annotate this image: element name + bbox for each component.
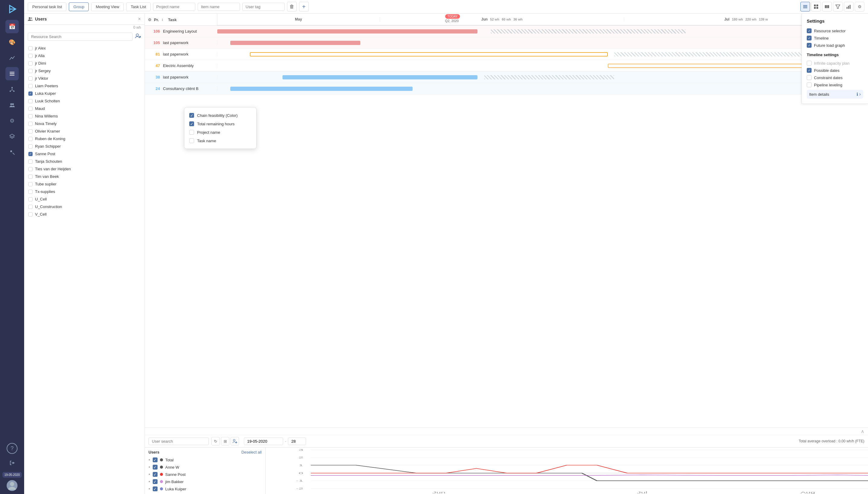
bottom-user-checkbox[interactable]: ✓ (153, 479, 158, 484)
user-checkbox[interactable] (28, 182, 33, 186)
user-checkbox[interactable] (28, 167, 33, 171)
chart-icon[interactable] (844, 2, 853, 12)
timeline-checkbox[interactable] (807, 82, 812, 87)
list-item[interactable]: Nina Willems (24, 112, 144, 120)
user-checkbox[interactable] (28, 76, 33, 81)
view-list-icon[interactable] (801, 2, 810, 12)
user-checkbox[interactable] (28, 122, 33, 126)
bottom-user-checkbox[interactable]: ✓ (153, 487, 158, 491)
sidebar-icon-users[interactable] (5, 98, 19, 112)
add-user-icon[interactable] (135, 33, 141, 40)
list-item[interactable]: U_Construction (24, 203, 144, 210)
setting-checkbox[interactable]: ✓ (807, 28, 812, 33)
item-name-input[interactable] (198, 3, 240, 11)
list-item[interactable]: Ryan Schipper (24, 142, 144, 150)
bottom-user-checkbox[interactable]: ✓ (153, 472, 158, 477)
list-item[interactable]: Olivier Kramer (24, 128, 144, 135)
bottom-user-checkbox[interactable]: ✓ (153, 457, 158, 462)
bottom-user-checkbox[interactable]: ✓ (153, 465, 158, 470)
list-item[interactable]: U_Cell (24, 195, 144, 203)
user-checkbox[interactable] (28, 159, 33, 164)
user-checkbox[interactable]: ✓ (28, 152, 33, 156)
list-item[interactable]: jr Sergey (24, 67, 144, 75)
delete-icon[interactable]: 🗑 (287, 2, 297, 12)
bottom-user-item[interactable]: • ✓ Sanne Post (149, 471, 262, 478)
user-tag-input[interactable] (242, 3, 284, 11)
context-checkbox[interactable]: ✓ (189, 121, 194, 126)
list-item[interactable]: Tx-supplies (24, 188, 144, 195)
collapse-icon[interactable]: ✕ (138, 17, 141, 21)
timeline-setting-item[interactable]: Pipeline leveling (807, 81, 863, 89)
user-checkbox[interactable] (28, 69, 33, 73)
sidebar-icon-layers[interactable] (5, 130, 19, 143)
user-checkbox[interactable] (28, 137, 33, 141)
context-checkbox[interactable] (189, 138, 194, 143)
user-checkbox[interactable] (28, 114, 33, 118)
list-item[interactable]: Tanja Schouten (24, 158, 144, 165)
sidebar-icon-palette[interactable]: 🎨 (5, 36, 19, 49)
logo-icon[interactable] (6, 3, 18, 15)
sidebar-icon-calendar[interactable]: 📅 (5, 20, 19, 33)
refresh-icon[interactable]: ↻ (211, 437, 220, 445)
sidebar-icon-list[interactable] (5, 67, 19, 80)
list-item[interactable]: Tube suplier (24, 180, 144, 188)
setting-checkbox[interactable]: ✓ (807, 36, 812, 40)
list-item[interactable]: Nova Timely (24, 120, 144, 128)
bottom-user-item[interactable]: • ✓ Total (149, 456, 262, 463)
sidebar-icon-help[interactable]: ? (7, 443, 18, 454)
user-checkbox[interactable]: ✓ (28, 92, 33, 96)
user-checkbox[interactable] (28, 212, 33, 216)
sidebar-icon-exit[interactable] (5, 456, 19, 470)
user-checkbox[interactable] (28, 144, 33, 149)
context-checkbox[interactable] (189, 130, 194, 135)
setting-item[interactable]: ✓ Timeline (807, 34, 863, 42)
user-checkbox[interactable] (28, 54, 33, 58)
context-menu-item[interactable]: Task name (189, 136, 251, 145)
list-item[interactable]: jr Alex (24, 44, 144, 52)
context-menu-item[interactable]: Project name (189, 128, 251, 136)
list-item[interactable]: Tim van Beek (24, 173, 144, 180)
list-item[interactable]: jr Alla (24, 52, 144, 59)
setting-item[interactable]: ✓ Resource selector (807, 27, 863, 34)
context-checkbox[interactable]: ✓ (189, 113, 194, 118)
list-item[interactable]: Ties van der Heijden (24, 165, 144, 173)
avatar[interactable] (7, 480, 18, 491)
timeline-setting-item[interactable]: ✓ Possible dates (807, 67, 863, 74)
user-checkbox[interactable] (28, 99, 33, 103)
sidebar-date[interactable]: 19-05-2020 (2, 472, 21, 478)
project-name-input[interactable] (153, 3, 195, 11)
add-user-btn[interactable] (231, 437, 239, 445)
bottom-user-item[interactable]: • ✓ Luka Kuiper (149, 485, 262, 493)
tab-personal-task-list[interactable]: Personal task list (28, 2, 66, 11)
user-checkbox[interactable] (28, 174, 33, 179)
context-menu-item[interactable]: ✓ Total remaining hours (189, 119, 251, 128)
tab-meeting-view[interactable]: Meeting View (91, 2, 124, 11)
item-details-row[interactable]: Item details ℹ › (807, 90, 863, 99)
filter-icon[interactable] (833, 2, 843, 12)
list-item[interactable]: ✓ Sanne Post (24, 150, 144, 158)
sidebar-icon-hierarchy[interactable] (5, 83, 19, 96)
user-checkbox[interactable] (28, 205, 33, 209)
sidebar-icon-analytics[interactable] (5, 51, 19, 64)
date-from-input[interactable]: 19-05-2020 (244, 438, 283, 445)
user-checkbox[interactable] (28, 129, 33, 133)
context-menu-item[interactable]: ✓ Chain feasibility (Color) (189, 111, 251, 119)
expand-icon[interactable]: ∧ (861, 429, 864, 434)
list-item[interactable]: ✓ Luka Kuiper (24, 90, 144, 97)
add-icon[interactable]: + (299, 2, 309, 12)
tab-task-list[interactable]: Task List (126, 2, 151, 11)
user-checkbox[interactable] (28, 197, 33, 202)
list-item[interactable]: V_Cell (24, 210, 144, 218)
user-checkbox[interactable] (28, 107, 33, 111)
user-checkbox[interactable] (28, 61, 33, 65)
settings-icon-col[interactable]: ⚙ (148, 18, 152, 22)
user-checkbox[interactable] (28, 84, 33, 88)
user-checkbox[interactable] (28, 190, 33, 194)
bottom-user-item[interactable]: • ✓ Anne W (149, 463, 262, 471)
setting-checkbox[interactable]: ✓ (807, 43, 812, 48)
deselect-all-button[interactable]: Deselect all (241, 450, 262, 454)
list-item[interactable]: Luuk Scholten (24, 97, 144, 105)
setting-item[interactable]: ✓ Future load graph (807, 42, 863, 49)
sidebar-icon-settings[interactable]: ⚙ (5, 114, 19, 128)
timeline-checkbox[interactable]: ✓ (807, 68, 812, 73)
